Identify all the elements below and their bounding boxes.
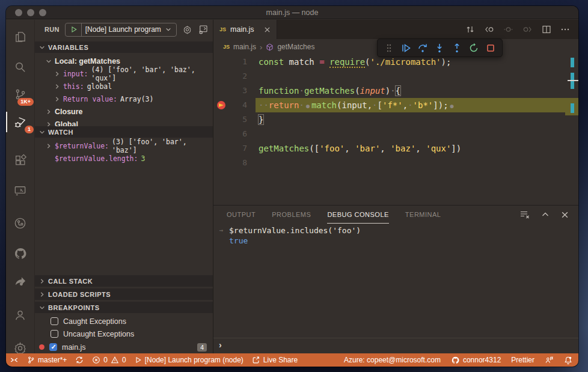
code-line[interactable]: 3function·getMatches(input)·{ xyxy=(213,84,578,98)
remote-indicator[interactable] xyxy=(10,356,19,364)
sidebar-item-live-share-session[interactable] xyxy=(6,211,34,235)
variable-row-input[interactable]: input: (4) ['foo', 'bar', 'baz', 'qux'] xyxy=(35,67,213,80)
github-account-item[interactable]: connor4312 xyxy=(451,356,501,365)
problems-item[interactable]: 0 0 xyxy=(92,356,126,364)
tab-problems[interactable]: PROBLEMS xyxy=(272,206,311,224)
next-change-icon[interactable] xyxy=(522,25,533,34)
gutter[interactable] xyxy=(213,141,229,156)
more-actions-icon[interactable] xyxy=(560,25,570,34)
breakpoints-title: BREAKPOINTS xyxy=(48,304,100,311)
step-into-button[interactable] xyxy=(433,40,447,56)
sidebar-item-source-control[interactable]: 1K+ xyxy=(6,82,34,106)
code-area[interactable]: 1const match = require('./micromatch');2… xyxy=(213,55,578,205)
debug-config-item[interactable]: [Node] Launch program (node) xyxy=(135,356,243,364)
sidebar-item-github[interactable] xyxy=(6,242,34,266)
sidebar-item-accounts[interactable] xyxy=(6,303,34,327)
code-line[interactable]: 8 xyxy=(213,156,578,170)
caught-exceptions-checkbox[interactable] xyxy=(51,317,58,325)
step-over-button[interactable] xyxy=(416,40,430,56)
overview-ruler-mark xyxy=(571,58,574,67)
breakpoints-section-header[interactable]: BREAKPOINTS xyxy=(35,302,213,313)
clear-console-icon[interactable] xyxy=(519,210,530,219)
chevron-down-icon xyxy=(39,129,45,135)
breakpoint-current-line-icon[interactable] xyxy=(213,98,229,112)
breadcrumb-symbol[interactable]: getMatches xyxy=(277,43,314,51)
debug-toolbar xyxy=(377,38,503,57)
stop-button[interactable] xyxy=(484,40,498,56)
call-stack-section-header[interactable]: CALL STACK xyxy=(35,275,213,287)
start-debug-icon[interactable] xyxy=(70,26,78,33)
variables-section-header[interactable]: VARIABLES xyxy=(35,41,213,53)
breakpoint-row-uncaught[interactable]: Uncaught Exceptions xyxy=(35,328,213,340)
loaded-scripts-section-header[interactable]: LOADED SCRIPTS xyxy=(35,288,213,300)
breadcrumb-separator: › xyxy=(260,43,262,52)
maximize-panel-icon[interactable] xyxy=(541,210,550,219)
mainjs-breakpoint-checkbox[interactable] xyxy=(49,343,57,351)
sidebar-item-remote-explorer[interactable] xyxy=(6,178,34,203)
close-tab-icon[interactable] xyxy=(264,26,271,33)
gutter[interactable] xyxy=(213,55,229,69)
step-out-button[interactable] xyxy=(450,40,464,56)
configure-gear-icon[interactable] xyxy=(182,25,192,35)
watch-row-length[interactable]: $returnValue.length: 3 xyxy=(35,152,213,165)
breakpoint-label: main.js xyxy=(62,343,86,352)
chevron-down-icon xyxy=(39,305,45,311)
code-line[interactable]: 5} xyxy=(213,112,578,127)
breadcrumb-file[interactable]: main.js xyxy=(233,43,256,51)
notifications-bell-icon[interactable] xyxy=(564,356,572,365)
git-sync-icon[interactable] xyxy=(75,356,84,364)
gutter[interactable] xyxy=(213,69,229,84)
tab-output[interactable]: OUTPUT xyxy=(227,206,256,224)
tab-terminal[interactable]: TERMINAL xyxy=(405,206,441,224)
watch-section-header[interactable]: WATCH xyxy=(35,126,213,138)
close-window-button[interactable] xyxy=(15,9,22,16)
restart-button[interactable] xyxy=(467,40,480,56)
sidebar-item-run-and-debug[interactable]: 1 xyxy=(6,110,34,134)
previous-change-icon[interactable] xyxy=(484,25,494,34)
sidebar-item-search[interactable] xyxy=(6,55,34,79)
breakpoint-row-caught[interactable]: Caught Exceptions xyxy=(35,315,213,328)
sidebar-item-explorer[interactable] xyxy=(6,25,34,49)
split-editor-icon[interactable] xyxy=(542,25,551,34)
variable-row-this[interactable]: this: global xyxy=(35,80,213,93)
minimize-window-button[interactable] xyxy=(27,9,34,16)
variable-name: input: xyxy=(63,70,88,78)
editor-group: JS main.js JS main.js › getMat xyxy=(213,20,578,353)
tab-debug-console[interactable]: DEBUG CONSOLE xyxy=(327,206,388,224)
git-branch-item[interactable]: master*+ xyxy=(27,356,67,364)
watch-row-returnvalue[interactable]: $returnValue: (3) ['foo', 'bar', 'baz'] xyxy=(35,139,213,152)
live-share-item[interactable]: Live Share xyxy=(252,356,298,364)
variable-row-return-value[interactable]: Return value: Array(3) xyxy=(35,93,213,105)
launch-config-dropdown[interactable]: [Node] Launch program xyxy=(65,23,177,37)
tab-mainjs[interactable]: JS main.js xyxy=(213,20,277,39)
scope-closure[interactable]: Closure xyxy=(35,105,213,118)
breakpoint-row-mainjs[interactable]: main.js 4 xyxy=(35,341,213,353)
toolbar-drag-grip[interactable] xyxy=(382,40,396,56)
sidebar-item-extensions[interactable] xyxy=(6,148,34,172)
gutter[interactable] xyxy=(213,156,229,170)
azure-account-item[interactable]: Azure: copeet@microsoft.com xyxy=(344,356,441,364)
code-text: getMatches(['foo', 'bar', 'baz', 'qux']) xyxy=(247,141,461,156)
formatter-item[interactable]: Prettier xyxy=(511,356,534,364)
continue-button[interactable] xyxy=(399,40,412,56)
gutter[interactable] xyxy=(213,127,229,141)
gutter[interactable] xyxy=(213,84,229,98)
code-line[interactable]: 4··return·●match(input,·['f*',·'b*']);● xyxy=(213,98,578,112)
open-changes-icon[interactable] xyxy=(465,25,475,34)
line-number: 1 xyxy=(229,55,247,69)
debug-console-input[interactable]: › xyxy=(213,338,578,351)
gutter[interactable] xyxy=(213,112,229,127)
sidebar-item-share-feedback[interactable] xyxy=(6,269,34,293)
title-bar[interactable]: main.js — node xyxy=(6,6,578,19)
debug-console-output[interactable]: → $returnValue.includes('foo') true xyxy=(213,225,578,246)
uncaught-exceptions-checkbox[interactable] xyxy=(51,330,58,338)
current-change-icon[interactable] xyxy=(503,25,513,34)
open-debug-console-icon[interactable] xyxy=(198,24,209,35)
feedback-icon[interactable] xyxy=(545,356,554,364)
zoom-window-button[interactable] xyxy=(39,9,46,16)
close-panel-icon[interactable] xyxy=(561,211,569,219)
code-line[interactable]: 6 xyxy=(213,127,578,141)
code-line[interactable]: 2 xyxy=(213,69,578,84)
bottom-panel: OUTPUT PROBLEMS DEBUG CONSOLE TERMINAL →… xyxy=(213,205,578,353)
code-line[interactable]: 7getMatches(['foo', 'bar', 'baz', 'qux']… xyxy=(213,141,578,156)
